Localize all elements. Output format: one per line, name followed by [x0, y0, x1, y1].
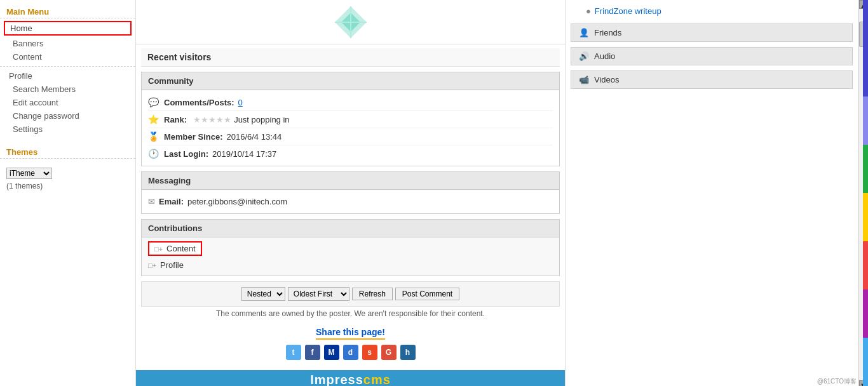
content-contrib-label: Content	[166, 244, 196, 253]
content-contrib-item[interactable]: □+ Content	[148, 241, 202, 256]
profile-contrib-label: Profile	[160, 260, 184, 270]
scroll-up-btn[interactable]: ▲	[859, 0, 868, 9]
frindzone-section: ● FrindZone writeup	[571, 4, 853, 18]
theme-select[interactable]: iTheme	[7, 168, 51, 178]
contributions-body: □+ Content □+ Profile	[142, 237, 559, 276]
sidebar-item-edit-account[interactable]: Edit account	[0, 96, 135, 109]
avatar-area	[136, 0, 565, 44]
videos-section: 📹 Videos	[571, 70, 853, 89]
avatar-icon	[325, 3, 376, 41]
messaging-header: Messaging	[142, 172, 559, 190]
last-login-icon: 🕐	[148, 149, 159, 159]
sidebar-divider	[0, 66, 135, 67]
nested-select[interactable]: Nested Flat	[241, 287, 285, 301]
rank-row: ⭐ Rank: ★★★★★ Just popping in	[148, 111, 553, 128]
facebook-share-icon[interactable]: f	[305, 345, 320, 360]
impress-bar: Impresscms	[136, 370, 565, 386]
post-comment-button[interactable]: Post Comment	[395, 288, 459, 300]
comments-label: Comments/Posts:	[164, 98, 234, 107]
contributions-section: Contributions □+ Content □+ Profile	[141, 219, 560, 276]
share-title: Share this page!	[316, 327, 385, 340]
last-login-value: 2019/10/14 17:37	[212, 149, 276, 159]
friends-label: Friends	[594, 28, 621, 37]
rank-icon: ⭐	[148, 114, 159, 124]
scroll-down-btn[interactable]: ▼	[859, 380, 868, 386]
center-column: Recent visitors Community 💬 Comments/Pos…	[136, 0, 566, 386]
sidebar-item-home[interactable]: Home	[4, 21, 132, 36]
refresh-button[interactable]: Refresh	[352, 288, 393, 300]
audio-icon: 🔊	[579, 51, 589, 61]
member-since-icon: 🏅	[148, 131, 159, 142]
sidebar-item-search-members[interactable]: Search Members	[0, 83, 135, 96]
audio-section: 🔊 Audio	[571, 47, 853, 65]
email-row: ✉ Email: peter.gibbons@initech.com	[148, 194, 553, 210]
videos-label: Videos	[594, 75, 620, 84]
avatar	[325, 3, 376, 41]
themes-section: iTheme (1 themes)	[0, 161, 135, 194]
audio-label: Audio	[594, 51, 615, 61]
scrollbar[interactable]: ▲ ▼	[858, 0, 868, 386]
recent-visitors-section: Recent visitors	[141, 48, 560, 67]
videos-header: 📹 Videos	[571, 71, 852, 88]
themes-count: (1 themes)	[6, 179, 129, 190]
sidebar: Main Menu Home Banners Content Profile S…	[0, 0, 136, 386]
comments-row: 💬 Comments/Posts: 0	[148, 94, 553, 111]
messaging-body: ✉ Email: peter.gibbons@initech.com	[142, 190, 559, 213]
delicious-share-icon[interactable]: d	[343, 345, 358, 360]
member-since-label: Member Since:	[164, 132, 222, 142]
email-icon: ✉	[148, 197, 155, 206]
member-since-row: 🏅 Member Since: 2016/6/4 13:44	[148, 128, 553, 145]
frindzone-item: ● FrindZone writeup	[571, 4, 853, 18]
stumble-share-icon[interactable]: s	[362, 345, 377, 360]
myspace-share-icon[interactable]: M	[324, 345, 339, 360]
order-select[interactable]: Oldest First Newest First	[288, 287, 349, 301]
friends-section: 👤 Friends	[571, 23, 853, 42]
rank-stars: ★★★★★	[193, 115, 231, 124]
community-body: 💬 Comments/Posts: 0 ⭐ Rank: ★★★★★ Just p…	[142, 90, 559, 166]
profile-contrib-item[interactable]: □+ Profile	[148, 258, 553, 272]
share-icons: t f M d s G h	[141, 345, 560, 360]
hi5-share-icon[interactable]: h	[400, 345, 416, 360]
comments-notice: The comments are owned by the poster. We…	[136, 307, 565, 321]
recent-visitors-header: Recent visitors	[141, 48, 560, 67]
frindzone-link[interactable]: FrindZone writeup	[595, 6, 661, 16]
profile-expand-icon: □+	[148, 262, 156, 269]
sidebar-item-profile[interactable]: Profile	[0, 69, 135, 83]
twitter-share-icon[interactable]: t	[286, 345, 301, 360]
google-share-icon[interactable]: G	[381, 345, 397, 360]
community-header: Community	[142, 72, 559, 90]
themes-label: Themes	[0, 143, 135, 159]
content-expand-icon: □+	[154, 245, 163, 253]
friends-icon: 👤	[579, 28, 589, 37]
sidebar-item-banners[interactable]: Banners	[0, 37, 135, 50]
comments-value: 0	[238, 98, 243, 107]
friends-header: 👤 Friends	[571, 24, 852, 41]
scroll-thumb[interactable]	[859, 22, 868, 47]
rank-value: Just popping in	[234, 115, 289, 124]
theme-selector-wrapper[interactable]: iTheme	[6, 168, 52, 179]
videos-icon: 📹	[579, 75, 589, 84]
last-login-label: Last Login:	[164, 149, 208, 159]
comments-icon: 💬	[148, 97, 159, 107]
community-section: Community 💬 Comments/Posts: 0 ⭐ Rank: ★★…	[141, 72, 560, 166]
comments-bar: Nested Flat Oldest First Newest First Re…	[141, 281, 560, 307]
sidebar-item-change-password[interactable]: Change password	[0, 109, 135, 123]
rank-label: Rank:	[164, 115, 187, 124]
email-value: peter.gibbons@initech.com	[187, 197, 287, 206]
member-since-value: 2016/6/4 13:44	[226, 132, 281, 142]
audio-header: 🔊 Audio	[571, 48, 852, 65]
share-section: Share this page! t f M d s G h	[136, 321, 565, 364]
right-column: ● FrindZone writeup 👤 Friends 🔊 Audio 📹 …	[566, 0, 858, 386]
email-label: Email:	[159, 197, 184, 206]
contributions-header: Contributions	[142, 220, 559, 237]
frindzone-bullet: ●	[586, 6, 591, 16]
main-menu-label: Main Menu	[0, 3, 135, 18]
watermark: @61CTO博客	[817, 377, 857, 386]
last-login-row: 🕐 Last Login: 2019/10/14 17:37	[148, 145, 553, 162]
messaging-section: Messaging ✉ Email: peter.gibbons@initech…	[141, 171, 560, 214]
sidebar-item-content[interactable]: Content	[0, 50, 135, 63]
sidebar-item-settings[interactable]: Settings	[0, 123, 135, 136]
